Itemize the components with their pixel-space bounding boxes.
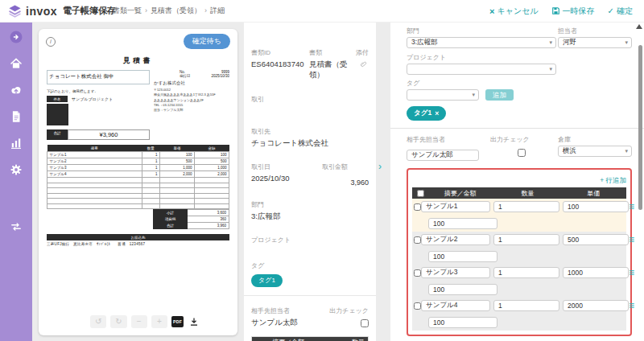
top-actions: × キャンセル 一時保存 ✓ 確定 — [489, 6, 644, 17]
item-row: ≡ — [412, 199, 626, 232]
info-icon[interactable]: i — [46, 37, 56, 47]
workflow-icon[interactable] — [7, 218, 25, 236]
scrollbar-thumb[interactable] — [638, 45, 642, 210]
doc-bank-line: 三菱UFJ銀行 恵比寿支店 ｻﾝﾌﾟﾙ(ｶ 普通 1234567 — [47, 242, 229, 246]
edit-output-check-label: 出力チェック — [490, 135, 555, 144]
trade-date-label: 取引日 — [251, 163, 270, 170]
rotate-right-icon[interactable]: ↻ — [110, 315, 126, 328]
output-check-checkbox[interactable] — [518, 149, 526, 157]
item-name-input[interactable] — [421, 201, 490, 212]
breadcrumb-doc-type[interactable]: 見積書（受領） — [151, 6, 207, 16]
item-amount-input[interactable] — [428, 284, 497, 295]
tag-chip-removable[interactable]: タグ1 × — [407, 106, 446, 121]
tag-label: タグ — [251, 262, 264, 269]
breadcrumb-detail: 詳細 — [210, 6, 225, 16]
doc-id-value: ES6404183740 — [251, 60, 309, 68]
confirm-button[interactable]: ✓ 確定 — [608, 6, 633, 17]
zoom-in-icon[interactable]: + — [151, 315, 167, 328]
download-icon[interactable] — [189, 317, 199, 327]
contact-input[interactable] — [407, 150, 479, 161]
doc-row: サンプル21500500 — [47, 158, 229, 165]
logo-text: invox — [26, 5, 57, 18]
row-checkbox[interactable] — [414, 302, 421, 310]
item-amount-input[interactable] — [428, 251, 497, 262]
pdf-icon[interactable]: PDF — [171, 316, 184, 327]
topbar: invox 電子帳簿保存 書類一覧 見積書（受領） 詳細 × キャンセル 一時保… — [0, 0, 644, 23]
item-row: ≡ — [412, 298, 626, 331]
item-amount-input[interactable] — [428, 218, 497, 229]
item-qty-input[interactable] — [493, 201, 559, 212]
cloud-upload-icon[interactable] — [7, 81, 25, 99]
logo-suffix: 電子帳簿保存 — [63, 5, 116, 17]
line-items-editor: + 行追加 摘要／金額 数量 単価 ≡ — [407, 168, 632, 336]
add-row-button[interactable]: + 行追加 — [600, 176, 626, 186]
doc-row: サンプル311,0001,000 — [47, 165, 229, 171]
item-name-input[interactable] — [421, 300, 490, 311]
doc-totals: 小計3,600 消費税360 合計3,960 — [153, 209, 229, 229]
trade-amount-label: 取引金額 — [322, 163, 348, 170]
item-qty-input[interactable] — [493, 300, 559, 311]
row-checkbox[interactable] — [414, 203, 421, 211]
item-price-input[interactable] — [563, 300, 629, 311]
editor-panel: 部門 3:広報部 担当者 河野 プロジェクト タグ 追加 タグ1 × — [390, 23, 644, 341]
item-amount-input[interactable] — [428, 317, 497, 328]
assignee-select[interactable]: 河野 — [558, 37, 632, 48]
paperclip-icon[interactable] — [360, 60, 369, 69]
breadcrumb-documents[interactable]: 書類一覧 — [113, 6, 147, 16]
rotate-left-icon[interactable]: ↺ — [90, 315, 106, 328]
doc-row: サンプル412,0002,000 — [47, 171, 229, 178]
select-all-checkbox[interactable] — [417, 190, 424, 197]
doc-line-items-table: 摘要数量 単価金額 サンプル11100100 サンプル21500500 サンプル… — [47, 145, 229, 209]
edit-department-label: 部門 — [407, 27, 556, 35]
edit-tag-label: タグ — [407, 79, 632, 88]
doc-issuer-block: かすお株式会社 〒123-0012 神奈川県ああああ市あああ1丁目2-3 あ55… — [154, 80, 228, 113]
edit-contact-label: 相手先担当者 — [407, 135, 479, 144]
item-price-input[interactable] — [563, 267, 629, 278]
add-tag-button[interactable]: 追加 — [485, 89, 514, 101]
scrollbar[interactable] — [638, 24, 642, 339]
documents-icon[interactable] — [7, 108, 25, 125]
invox-logo-icon — [8, 4, 22, 18]
breadcrumb: 書類一覧 見積書（受領） 詳細 — [113, 6, 225, 16]
drag-handle-icon[interactable]: ≡ — [629, 269, 634, 277]
sidebar-expand-icon[interactable] — [7, 28, 25, 46]
workspace: i 確定待ち 見積書 チョコレート株式会社 御中 No.9999 発行日2025… — [32, 23, 644, 341]
drag-handle-icon[interactable]: ≡ — [629, 203, 634, 211]
reports-chart-icon[interactable] — [7, 134, 25, 152]
item-price-input[interactable] — [563, 234, 629, 245]
item-price-input[interactable] — [563, 201, 629, 212]
item-name-input[interactable] — [421, 234, 490, 245]
panel-expand-chevron-icon[interactable]: › — [378, 161, 382, 172]
trade-amount-value: 3,960 — [322, 179, 369, 187]
cancel-button[interactable]: × キャンセル — [489, 6, 539, 17]
item-qty-input[interactable] — [493, 234, 559, 245]
project-select[interactable] — [407, 64, 556, 75]
row-checkbox[interactable] — [414, 236, 421, 244]
partner-value: チョコレート株式会社 — [251, 138, 369, 149]
tag-select[interactable] — [407, 89, 479, 101]
remove-tag-icon[interactable]: × — [435, 109, 439, 117]
app-logo: invox 電子帳簿保存 — [0, 4, 116, 18]
document-preview-card: i 確定待ち 見積書 チョコレート株式会社 御中 No.9999 発行日2025… — [39, 29, 237, 335]
item-name-input[interactable] — [421, 267, 490, 278]
contact-value: サンプル太郎 — [251, 318, 322, 328]
settings-gear-icon[interactable] — [7, 161, 25, 179]
warehouse-select[interactable]: 横浜 — [558, 146, 632, 157]
save-draft-button[interactable]: 一時保存 — [551, 6, 595, 17]
tag-chip: タグ1 — [251, 274, 283, 287]
doc-title: 見積書 — [47, 56, 229, 66]
detail-panel: 書類ID ES6404183740 書類 見積書（受領） 添付 取引 取引先 チ… — [244, 23, 376, 341]
item-qty-input[interactable] — [493, 267, 559, 278]
home-icon[interactable] — [7, 55, 25, 72]
output-check-label: 出力チェック — [329, 307, 369, 314]
transaction-section-label: 取引 — [251, 96, 264, 103]
department-select[interactable]: 3:広報部 — [407, 37, 556, 48]
row-checkbox[interactable] — [414, 269, 421, 277]
project-label: プロジェクト — [251, 236, 291, 244]
scroll-up-icon[interactable] — [636, 24, 642, 29]
zoom-out-icon[interactable]: − — [131, 315, 147, 328]
drag-handle-icon[interactable]: ≡ — [629, 236, 634, 244]
doc-subject: 件名 サンプルプロジェクト — [47, 96, 143, 102]
drag-handle-icon[interactable]: ≡ — [629, 302, 634, 310]
check-icon: ✓ — [608, 6, 614, 15]
